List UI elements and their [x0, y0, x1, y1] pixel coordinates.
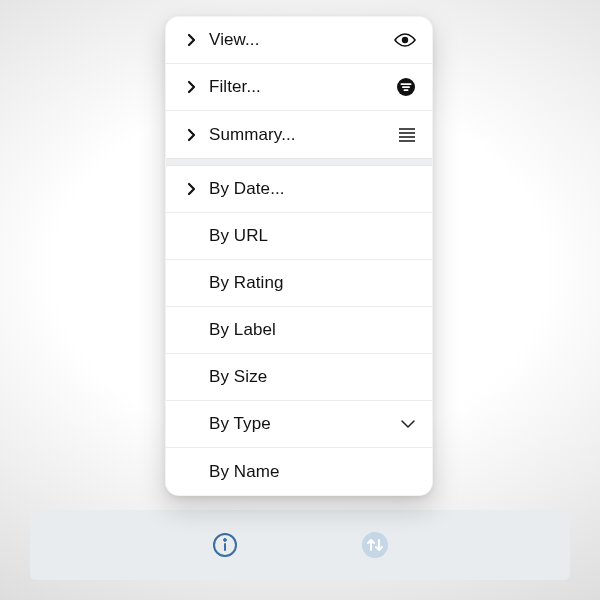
sort-item-by-name[interactable]: By Name	[166, 448, 432, 495]
sort-item-by-date[interactable]: By Date...	[166, 166, 432, 213]
options-panel: View... Filter...	[165, 16, 433, 496]
sort-icon	[361, 531, 389, 559]
menu-item-label: Filter...	[209, 77, 392, 97]
summary-icon	[392, 127, 416, 143]
info-button[interactable]	[210, 530, 240, 560]
chevron-right-icon	[182, 182, 200, 196]
section-divider	[166, 158, 432, 166]
sort-item-by-size[interactable]: By Size	[166, 354, 432, 401]
sort-item-label: By Date...	[209, 179, 392, 199]
eye-icon	[392, 32, 416, 48]
menu-item-view[interactable]: View...	[166, 17, 432, 64]
svg-rect-7	[402, 86, 410, 88]
svg-point-3	[362, 532, 388, 558]
svg-rect-2	[224, 543, 226, 551]
sort-item-by-rating[interactable]: By Rating	[166, 260, 432, 307]
menu-item-summary[interactable]: Summary...	[166, 111, 432, 158]
info-icon	[212, 532, 238, 558]
svg-rect-6	[401, 83, 412, 85]
svg-point-1	[224, 539, 227, 542]
menu-item-label: View...	[209, 30, 392, 50]
sort-item-label: By Type	[209, 414, 392, 434]
main-section: View... Filter...	[166, 17, 432, 158]
bottom-toolbar	[30, 510, 570, 580]
menu-item-label: Summary...	[209, 125, 392, 145]
sort-item-by-type[interactable]: By Type	[166, 401, 432, 448]
chevron-down-icon	[392, 419, 416, 429]
sort-item-label: By Size	[209, 367, 392, 387]
sort-item-by-label[interactable]: By Label	[166, 307, 432, 354]
sort-section: By Date... By URL By Rating By Label By …	[166, 166, 432, 495]
svg-rect-8	[404, 89, 409, 91]
menu-item-filter[interactable]: Filter...	[166, 64, 432, 111]
sort-item-label: By URL	[209, 226, 392, 246]
filter-icon	[392, 77, 416, 97]
chevron-right-icon	[182, 80, 200, 94]
chevron-right-icon	[182, 128, 200, 142]
sort-item-label: By Rating	[209, 273, 392, 293]
sort-item-by-url[interactable]: By URL	[166, 213, 432, 260]
sort-item-label: By Name	[209, 462, 392, 482]
sort-item-label: By Label	[209, 320, 392, 340]
svg-point-4	[402, 37, 408, 43]
chevron-right-icon	[182, 33, 200, 47]
sort-button[interactable]	[360, 530, 390, 560]
